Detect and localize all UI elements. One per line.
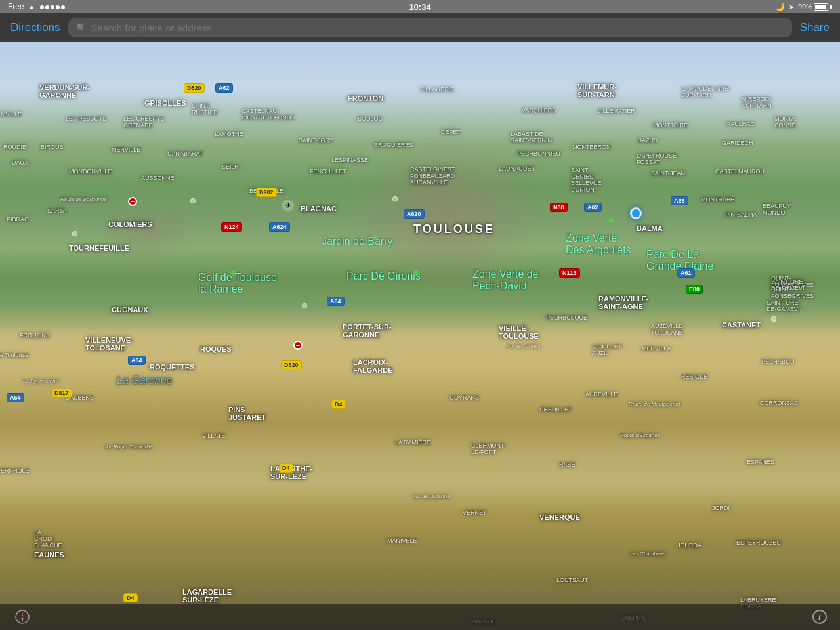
info-button[interactable]: i [812,610,827,624]
urban-colomiers [98,200,197,265]
road-badge-d820-2: D820 [281,360,302,369]
map-dot-9 [302,303,307,308]
status-bar: Free ▲ 10:34 🌙 ➤ 99% [0,0,840,13]
bottom-bar: i [0,604,840,630]
status-right: 🌙 ➤ 99% [775,2,832,11]
compass-button[interactable] [13,608,32,626]
road-badge-a624: A624 [269,222,290,232]
no-entry-1 [128,197,137,206]
road-badge-d4-3: D4 [123,593,138,602]
road-badge-n124: N124 [221,222,242,232]
carrier-label: Free [8,2,24,11]
road-badge-n113: N113 [559,268,580,278]
road-badge-e80: E80 [686,285,703,294]
road-badge-d820-1: D820 [184,83,205,93]
compass-south [22,618,24,623]
road-badge-d4-1: D4 [331,400,346,409]
map-dot-7 [608,218,614,223]
road-badge-a61: A61 [677,268,695,278]
status-left: Free ▲ [8,2,66,11]
map-dot-2 [190,198,196,203]
road-badge-a64: A64 [327,297,345,306]
road-badge-a620: A620 [404,209,425,219]
search-bar[interactable]: 🔍 [68,18,792,37]
map-container[interactable]: TOULOUSE VERDUN-SUR-GARONNE GRISOLLES SA… [0,42,840,630]
directions-button[interactable]: Directions [10,21,60,34]
road-badge-d902: D902 [256,188,277,197]
status-time: 10:34 [409,2,430,12]
road-badge-n88: N88 [550,203,568,212]
battery-body [814,3,828,10]
map-dot-8 [668,251,673,256]
search-icon: 🔍 [76,23,87,33]
road-badge-d4-2: D4 [279,463,293,472]
map-dot-5 [413,270,419,276]
map-dot-3 [392,196,398,201]
battery-tip [830,5,832,9]
urban-toulouse [348,134,545,298]
map-background [0,42,840,630]
battery-percent: 99% [798,3,812,10]
map-dot-1 [72,231,77,236]
no-entry-2 [293,341,303,350]
nav-bar: Directions 🔍 Share [0,13,840,42]
airport-icon: ✈ [282,200,294,211]
map-dot-10 [771,316,776,322]
search-input[interactable] [91,22,784,33]
road-badge-a64-3: A64 [7,393,24,402]
battery-fill [815,5,826,9]
wifi-icon: ▲ [28,3,35,10]
share-button[interactable]: Share [800,21,830,34]
map-dot-6 [373,235,378,240]
battery-indicator: 99% [798,3,832,10]
signal-dots [39,2,66,11]
road-badge-a62: A62 [215,83,233,93]
compass-icon [14,609,30,625]
map-dot-4 [231,270,236,276]
crescent-icon: 🌙 [775,2,785,11]
road-badge-a64-2: A64 [128,356,146,365]
road-badge-a62-2: A62 [584,203,602,212]
current-location-dot [630,207,642,219]
location-arrow-icon: ➤ [789,3,794,10]
compass-north [22,612,24,617]
road-badge-a68: A68 [671,196,688,205]
road-badge-d817: D817 [51,388,72,398]
